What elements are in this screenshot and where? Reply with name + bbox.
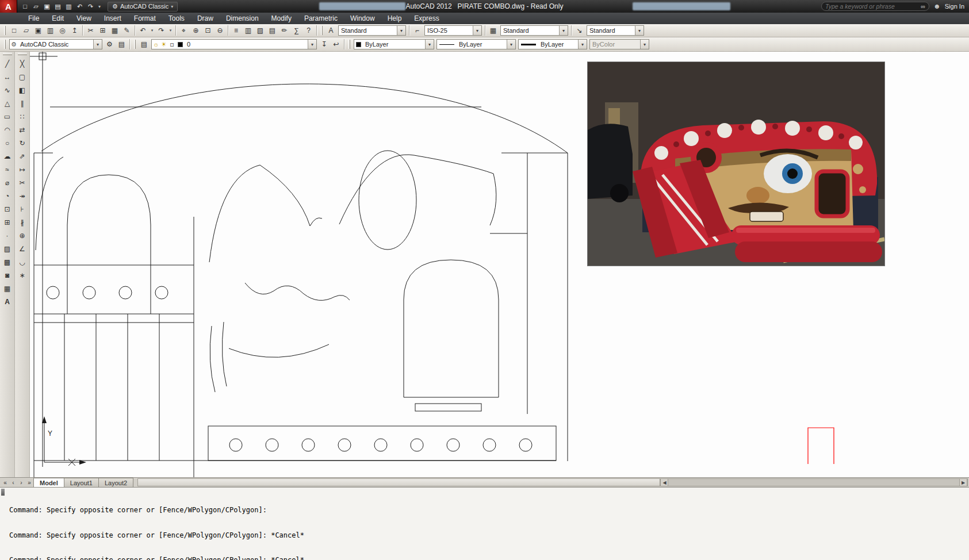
polygon-icon[interactable]: △ [1, 97, 14, 110]
markup-icon[interactable]: ✏ [278, 25, 290, 36]
menu-window[interactable]: Window [344, 13, 381, 24]
arc-icon[interactable]: ◠ [1, 123, 14, 136]
user-icon[interactable]: ☻ [933, 2, 941, 10]
undo-icon[interactable]: ↶ [74, 1, 85, 11]
previous-tab-icon[interactable]: ‹ [9, 478, 17, 486]
plot-icon[interactable]: ▥ [63, 1, 74, 11]
scroll-track[interactable] [668, 479, 959, 486]
command-window-grip[interactable] [1, 489, 5, 496]
command-window[interactable]: Command: Specify opposite corner or [Fen… [0, 487, 969, 560]
mirror-icon[interactable]: ◧ [16, 83, 29, 97]
trim-icon[interactable]: ✂ [16, 176, 29, 189]
scroll-right-icon[interactable]: ▶ [959, 479, 967, 486]
copy-clip-icon[interactable]: ⊞ [97, 25, 109, 36]
tab-layout1[interactable]: Layout1 [64, 478, 99, 487]
new-icon[interactable]: □ [20, 1, 30, 11]
chamfer-icon[interactable]: ∠ [16, 242, 29, 255]
toolbar-grip[interactable] [348, 40, 350, 49]
make-block-icon[interactable]: ⊞ [1, 216, 14, 229]
pan-icon[interactable]: ⌖ [178, 25, 190, 36]
ellipse-icon[interactable]: ⌀ [1, 176, 14, 189]
dropdown-arrow-icon[interactable]: ▾ [397, 26, 405, 35]
undo-list-arrow-icon[interactable]: ▾ [149, 25, 155, 36]
toolbar-grip[interactable] [321, 26, 323, 35]
copy-icon[interactable]: ▢ [16, 70, 29, 83]
dropdown-arrow-icon[interactable]: ▾ [507, 40, 515, 49]
layer-lock-icon[interactable]: ◘ [168, 41, 176, 48]
redo-icon[interactable]: ↷ [155, 25, 167, 36]
workspace-combo[interactable]: ⚙ AutoCAD Classic ▾ [9, 39, 102, 49]
redo-icon[interactable]: ↷ [85, 1, 96, 11]
lineweight-combo[interactable]: ByLayer ▾ [518, 39, 587, 49]
region-icon[interactable]: ◙ [1, 269, 14, 282]
menu-draw[interactable]: Draw [191, 13, 220, 24]
horizontal-scrollbar[interactable]: ◀ ▶ [137, 478, 968, 486]
menu-tools[interactable]: Tools [162, 13, 191, 24]
line-icon[interactable]: ╱ [1, 57, 14, 70]
open-icon[interactable]: ▱ [20, 25, 32, 36]
menu-format[interactable]: Format [128, 13, 162, 24]
last-tab-icon[interactable]: » [25, 478, 33, 486]
dropdown-arrow-icon[interactable]: ▾ [578, 40, 587, 49]
menu-file[interactable]: File [22, 13, 45, 24]
menu-express[interactable]: Express [408, 13, 445, 24]
polyline-icon[interactable]: ∿ [1, 83, 14, 97]
join-icon[interactable]: ⊕ [16, 229, 29, 242]
toolbar-grip[interactable] [4, 40, 6, 49]
publish-icon[interactable]: ↥ [68, 25, 81, 36]
tab-model[interactable]: Model [33, 478, 64, 487]
match-properties-icon[interactable]: ✎ [121, 25, 133, 36]
extend-icon[interactable]: ↠ [16, 189, 29, 202]
drawing-canvas[interactable]: Y [30, 52, 969, 477]
dropdown-arrow-icon[interactable]: ▾ [308, 40, 316, 49]
toolbar-grip[interactable] [18, 53, 27, 55]
save-icon[interactable]: ▣ [41, 1, 52, 11]
search-input[interactable] [825, 3, 921, 10]
layer-previous-icon[interactable]: ↩ [330, 39, 342, 50]
revision-cloud-icon[interactable]: ☁ [1, 149, 14, 163]
scroll-thumb[interactable] [138, 479, 660, 486]
move-icon[interactable]: ⇄ [16, 123, 29, 136]
sign-in-link[interactable]: Sign In [945, 3, 964, 10]
first-tab-icon[interactable]: « [1, 478, 9, 486]
layer-properties-icon[interactable]: ▤ [138, 39, 150, 50]
toolbar-grip[interactable] [4, 26, 6, 35]
dropdown-arrow-icon[interactable]: ▾ [93, 40, 102, 49]
plot-preview-icon[interactable]: ◎ [56, 25, 68, 36]
hatch-icon[interactable]: ▨ [1, 242, 14, 255]
menu-insert[interactable]: Insert [98, 13, 128, 24]
text-style-combo[interactable]: Standard ▾ [338, 25, 406, 36]
explode-icon[interactable]: ∗ [16, 269, 29, 282]
paste-icon[interactable]: ▦ [109, 25, 121, 36]
designcenter-icon[interactable]: ▥ [242, 25, 254, 36]
table-style-combo[interactable]: Standard ▾ [500, 25, 568, 36]
rectangle-icon[interactable]: ▭ [1, 110, 14, 123]
text-style-icon[interactable]: A [325, 25, 337, 36]
dropdown-arrow-icon[interactable]: ▾ [559, 26, 568, 35]
toolbar-grip[interactable] [134, 40, 136, 49]
multiline-text-icon[interactable]: A [1, 295, 14, 308]
array-icon[interactable]: ∷ [16, 110, 29, 123]
rotate-icon[interactable]: ↻ [16, 136, 29, 149]
fillet-icon[interactable]: ◡ [16, 255, 29, 269]
break-at-point-icon[interactable]: ⊦ [16, 202, 29, 216]
save-icon[interactable]: ▣ [32, 25, 44, 36]
layer-color-swatch[interactable] [178, 42, 183, 47]
offset-icon[interactable]: ∥ [16, 97, 29, 110]
gradient-icon[interactable]: ▩ [1, 255, 14, 269]
menu-dimension[interactable]: Dimension [220, 13, 265, 24]
properties-icon[interactable]: ≡ [230, 25, 242, 36]
dim-style-icon[interactable]: ⌐ [411, 25, 423, 36]
construction-line-icon[interactable]: ↔ [1, 70, 14, 83]
layer-combo[interactable]: ☼ ☀ ◘ 0 ▾ [151, 39, 317, 49]
point-icon[interactable]: ∙ [1, 229, 14, 242]
search-icon[interactable]: ∞ [921, 3, 925, 10]
dropdown-arrow-icon[interactable]: ▾ [635, 26, 644, 35]
dim-style-combo[interactable]: ISO-25 ▾ [424, 25, 482, 36]
multileader-style-combo[interactable]: Standard ▾ [587, 25, 644, 36]
scroll-left-icon[interactable]: ◀ [660, 479, 668, 486]
dropdown-arrow-icon[interactable]: ▾ [473, 26, 481, 35]
help-icon[interactable]: ? [302, 25, 315, 36]
circle-icon[interactable]: ○ [1, 136, 14, 149]
linetype-combo[interactable]: ByLayer ▾ [436, 39, 516, 49]
